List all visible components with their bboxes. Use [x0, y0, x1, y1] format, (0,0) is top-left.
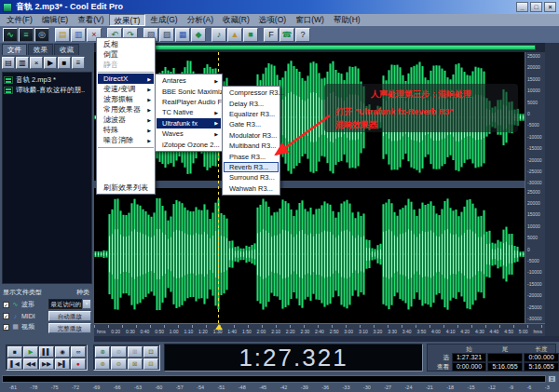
save-file-button[interactable]: ▥	[71, 28, 86, 42]
group-waveform-button[interactable]: ■	[243, 28, 258, 42]
title-bar[interactable]: 音轨 2.mp3* - Cool Edit Pro _ □ ×	[0, 0, 559, 14]
menu-item-静音[interactable]: 静音	[98, 60, 154, 70]
menu-生成G[interactable]: 生成(G)	[145, 14, 182, 26]
menu-item-刷新效果列表[interactable]: 刷新效果列表	[98, 182, 154, 193]
help-button[interactable]: ?	[295, 28, 310, 42]
menu-选项O[interactable]: 选项(O)	[254, 14, 291, 26]
overview-bar[interactable]	[96, 45, 536, 50]
tab-favorites[interactable]: 收藏	[54, 44, 79, 55]
pause-button[interactable]: ▌▌	[39, 346, 54, 358]
menu-item-常用效果器[interactable]: 常用效果器▶	[98, 104, 154, 115]
menu-查看V[interactable]: 查看(V)	[73, 14, 108, 26]
paste-button[interactable]: ▦	[175, 28, 190, 42]
menu-item-RealPlayer Audio Filter[interactable]: RealPlayer Audio Filter...	[157, 97, 221, 107]
checkbox-icon[interactable]: ✓	[3, 324, 9, 331]
menu-item-Antares[interactable]: Antares▶	[157, 75, 221, 86]
menu-item-label: 常用效果器	[103, 104, 143, 115]
file-list[interactable]: 音轨 2.mp3 *谭咏麟-喜欢这样的朋..	[2, 72, 92, 284]
menu-item-label: 反相	[103, 39, 151, 49]
checkbox-icon[interactable]: ✓	[3, 302, 9, 308]
menu-item-DirectX[interactable]: DirectX▶	[98, 74, 154, 84]
menu-item-BBE Sonic Maximizer[interactable]: BBE Sonic Maximizer...	[157, 86, 221, 96]
submenu-arrow-icon: ▶	[147, 128, 151, 133]
marker-button[interactable]: ▲	[227, 28, 242, 42]
timeline-tick: 1:10	[184, 329, 193, 334]
file-list-item[interactable]: 谭咏麟-喜欢这样的朋..	[4, 85, 90, 95]
list-options-button[interactable]: ≡	[72, 57, 85, 69]
file-list-item[interactable]: 音轨 2.mp3 *	[4, 74, 90, 85]
chevron-down-icon[interactable]: ▾	[82, 299, 91, 309]
stop-file-button[interactable]: ■	[58, 57, 71, 69]
zoom-in-vertical-button[interactable]: ⊕	[95, 358, 110, 370]
zoom-full-button[interactable]: ⊞	[128, 346, 143, 358]
open-file-button[interactable]: ▤	[55, 28, 70, 42]
zoom-selection-button[interactable]: ⊡	[143, 346, 158, 358]
menu-帮助H[interactable]: 帮助(H)	[329, 14, 365, 26]
play-file-button[interactable]: ▶	[44, 57, 57, 69]
zoom-right-edge-button[interactable]: ⊟	[143, 358, 158, 370]
close-file-button[interactable]: ×	[30, 57, 43, 69]
amplitude-ruler[interactable]: 2500020000150001000050000-5000-10000-150…	[525, 52, 545, 323]
menu-item-变速/变调[interactable]: 变速/变调▶	[98, 84, 154, 94]
submenu-arrow-icon: ▶	[214, 131, 218, 137]
zoom-out-button[interactable]: ⊖	[111, 346, 126, 358]
timeline-ruler[interactable]: hms0:200:300:400:501:001:101:201:301:401…	[94, 323, 545, 336]
phone-record-button[interactable]: ☎	[280, 28, 294, 42]
playhead-marker-bottom[interactable]	[215, 324, 223, 330]
submenu-arrow-icon: ▶	[147, 138, 151, 143]
zoom-out-vertical-button[interactable]: ⊖	[111, 358, 126, 370]
menu-item-Waves[interactable]: Waves▶	[157, 128, 221, 139]
menu-分析A[interactable]: 分析(A)	[183, 14, 218, 26]
zoom-in-button[interactable]: ⊕	[95, 346, 110, 358]
open-file-button[interactable]: ▥	[16, 57, 29, 69]
cd-player-button[interactable]: ◎	[34, 28, 49, 42]
copy-button[interactable]: ▨	[159, 28, 174, 42]
menu-item-Ultrafunk fx[interactable]: Ultrafunk fx▶	[157, 118, 221, 128]
menu-item-反相[interactable]: 反相	[98, 39, 154, 49]
menu-item-iZotope Ozone 2[interactable]: iZotope Ozone 2...	[157, 139, 221, 149]
tab-effects[interactable]: 效果	[28, 44, 53, 55]
goto-start-button[interactable]: ▌◀	[7, 358, 22, 370]
menu-item-Compressor R3[interactable]: Compressor R3...	[224, 88, 279, 98]
close-button[interactable]: ×	[544, 2, 556, 12]
rewind-button[interactable]: ◀◀	[23, 358, 38, 370]
menu-item-特殊[interactable]: 特殊▶	[98, 125, 154, 135]
level-meter[interactable]	[2, 375, 546, 383]
import-file-button[interactable]: ▤	[2, 57, 15, 69]
tab-files[interactable]: 文件	[2, 44, 27, 55]
multitrack-view-button[interactable]: ≡	[19, 28, 34, 42]
frequency-analysis-button[interactable]: F	[264, 28, 279, 42]
loop-edit-button[interactable]: ♪	[211, 28, 226, 42]
play-button[interactable]: ▶	[23, 346, 38, 358]
menu-效果T[interactable]: 效果(T)	[109, 14, 146, 26]
sort-dropdown-value: 最近访问的	[48, 299, 83, 309]
menu-文件F[interactable]: 文件(F)	[2, 14, 37, 26]
sort-dropdown[interactable]: 最近访问的 ▾	[48, 299, 92, 309]
menu-item-TC Native[interactable]: TC Native▶	[157, 107, 221, 117]
menu-item-Wahwah R3[interactable]: Wahwah R3...	[224, 183, 279, 194]
minimize-button[interactable]: _	[516, 2, 528, 12]
stop-button[interactable]: ■	[7, 346, 22, 358]
meter-options-icon[interactable]: ≡	[548, 375, 556, 383]
menu-item-滤波器[interactable]: 滤波器▶	[98, 115, 154, 125]
full-play-button[interactable]: 完整播放	[48, 323, 92, 333]
menu-编辑E[interactable]: 编辑(E)	[37, 14, 73, 26]
loop-button[interactable]: ∞	[71, 346, 86, 358]
auto-play-button[interactable]: 自动播放	[48, 311, 92, 321]
menu-item-波形振幅[interactable]: 波形振幅▶	[98, 94, 154, 104]
menu-窗口W[interactable]: 窗口(W)	[291, 14, 329, 26]
zoom-left-edge-button[interactable]: ⊠	[128, 358, 143, 370]
mix-paste-button[interactable]: ◆	[191, 28, 206, 42]
maximize-button[interactable]: □	[530, 2, 542, 12]
menu-item-倒置[interactable]: 倒置	[98, 49, 154, 60]
goto-end-button[interactable]: ▶▌	[55, 358, 70, 370]
menu-item-噪音消除[interactable]: 噪音消除▶	[98, 135, 154, 145]
play-looped-button[interactable]: ◉	[55, 346, 70, 358]
record-button[interactable]: ●	[71, 358, 86, 370]
menu-item-Surround R3[interactable]: Surround R3...	[224, 172, 279, 182]
db-tick: -75	[51, 385, 59, 392]
fast-forward-button[interactable]: ▶▶	[39, 358, 54, 370]
checkbox-icon[interactable]: ✓	[3, 313, 9, 319]
menu-收藏R[interactable]: 收藏(R)	[218, 14, 254, 26]
waveform-view-button[interactable]: ∿	[3, 28, 18, 42]
